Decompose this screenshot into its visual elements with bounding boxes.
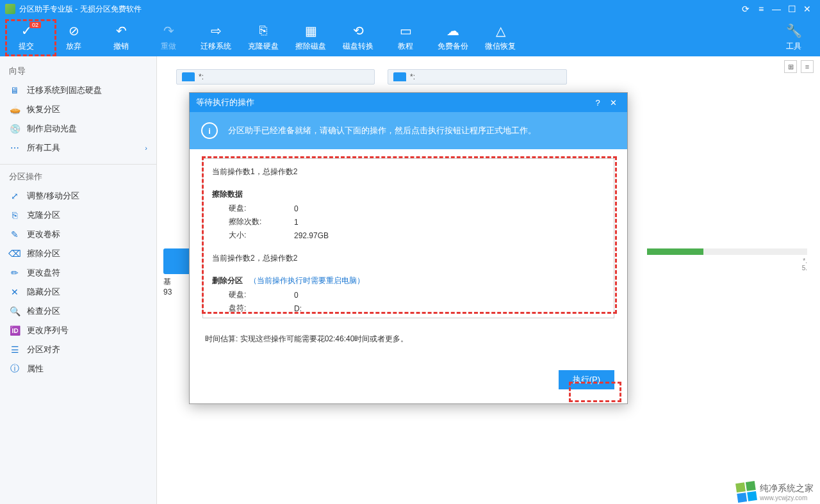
sidebar-icon: ⓘ [9, 363, 20, 375]
operations-list[interactable]: 当前操作数1，总操作数2 擦除数据 硬盘:0 擦除次数:1 大小:292.97G… [202, 158, 614, 318]
discard-icon: ⊘ [66, 23, 81, 38]
sidebar: 向导 🖥迁移系统到固态硬盘🥧恢复分区💿制作启动光盘⋯所有工具› 分区操作 ⤢调整… [0, 56, 157, 504]
delete-details: 硬盘:0 盘符:D: 文件系统:NTFS [227, 288, 315, 318]
sidebar-item[interactable]: ✎更改卷标 [0, 225, 156, 244]
sidebar-item[interactable]: 🥧恢复分区 [0, 100, 156, 119]
minimize-icon[interactable]: — [769, 4, 784, 14]
redo-icon: ↷ [161, 23, 176, 38]
wipe-details: 硬盘:0 擦除次数:1 大小:292.97GB [227, 201, 330, 243]
clone-hd-button[interactable]: ⎘克隆硬盘 [240, 18, 287, 56]
main-toolbar: ✓ 02 提交 ⊘放弃 ↶撤销 ↷重做 ⇨迁移系统 ⎘克隆硬盘 ▦擦除磁盘 ⟲磁… [0, 18, 820, 56]
sidebar-icon: 💿 [9, 123, 20, 134]
disk-icon [393, 72, 406, 81]
sidebar-icon: ⎘ [9, 209, 20, 221]
delete-title: 删除分区 （当前操作执行时需要重启电脑） [212, 275, 605, 286]
chevron-right-icon: › [145, 144, 147, 152]
sidebar-label: 更改序列号 [27, 325, 69, 336]
ops-header: 分区操作 [0, 164, 156, 186]
sidebar-item[interactable]: ✕隐藏分区 [0, 282, 156, 302]
sidebar-item[interactable]: 🔍检查分区 [0, 302, 156, 321]
convert-button[interactable]: ⟲磁盘转换 [334, 18, 382, 56]
window-title: 分区助手专业版 - 无损分区免费软件 [19, 4, 738, 15]
dialog-banner: i 分区助手已经准备就绪，请确认下面的操作，然后点击执行按钮让程序正式地工作。 [190, 112, 627, 149]
wizard-header: 向导 [0, 61, 156, 81]
op-counter: 当前操作数2，总操作数2 [212, 253, 605, 264]
close-icon[interactable]: ✕ [800, 4, 815, 14]
menu-icon[interactable]: ≡ [753, 4, 769, 14]
redo-button[interactable]: ↷重做 [145, 18, 192, 56]
backup-icon: ☁ [445, 23, 461, 38]
dialog-close-icon[interactable]: ✕ [605, 98, 621, 108]
sidebar-label: 属性 [27, 363, 44, 375]
sidebar-item[interactable]: ✏更改盘符 [0, 263, 156, 282]
submit-badge: 02 [29, 22, 41, 28]
sidebar-label: 分区对齐 [27, 344, 60, 355]
app-logo-icon [5, 4, 15, 14]
sidebar-icon: 🥧 [9, 104, 20, 115]
list-view-icon[interactable]: ≡ [801, 60, 814, 73]
sidebar-icon: ⌫ [9, 248, 20, 259]
window-titlebar: 分区助手专业版 - 无损分区免费软件 ⟳ ≡ — ☐ ✕ [0, 0, 820, 18]
banner-text: 分区助手已经准备就绪，请确认下面的操作，然后点击执行按钮让程序正式地工作。 [228, 125, 536, 136]
sidebar-item[interactable]: ⓘ属性 [0, 359, 156, 378]
time-estimate: 时间估算: 实现这些操作可能需要花02:46:40时间或者更多。 [205, 334, 612, 345]
wipe-disk-button[interactable]: ▦擦除磁盘 [287, 18, 334, 56]
watermark-logo-icon [735, 481, 757, 503]
clone-icon: ⎘ [256, 23, 271, 38]
tools-button[interactable]: 🔧工具 [770, 18, 817, 56]
sidebar-label: 隐藏分区 [27, 286, 60, 298]
convert-icon: ⟲ [350, 23, 366, 38]
wipe-title: 擦除数据 [212, 189, 605, 200]
discard-button[interactable]: ⊘放弃 [50, 18, 97, 56]
sidebar-icon: 🖥 [9, 85, 20, 96]
sidebar-item[interactable]: ⋯所有工具› [0, 138, 156, 158]
sidebar-icon: ✏ [9, 267, 20, 279]
sidebar-icon: ⋯ [9, 142, 20, 154]
progress-bar [647, 248, 807, 255]
tutorial-button[interactable]: ▭教程 [382, 18, 429, 56]
pending-ops-dialog: 等待执行的操作 ? ✕ i 分区助手已经准备就绪，请确认下面的操作，然后点击执行… [189, 92, 628, 404]
progress-area: *. 5. [647, 248, 807, 272]
sidebar-item[interactable]: ☰分区对齐 [0, 340, 156, 359]
sidebar-item[interactable]: 🆔更改序列号 [0, 321, 156, 340]
sidebar-icon: ✕ [9, 286, 20, 298]
submit-label: 提交 [19, 41, 34, 52]
disk-panel[interactable]: *: [176, 69, 375, 85]
backup-button[interactable]: ☁免费备份 [429, 18, 477, 56]
disk-panel[interactable]: *: [388, 69, 567, 85]
sidebar-label: 制作启动光盘 [27, 123, 77, 134]
help-icon[interactable]: ? [590, 98, 605, 108]
dialog-titlebar: 等待执行的操作 ? ✕ [190, 93, 627, 112]
execute-button[interactable]: 执行(P) [559, 370, 614, 389]
dialog-title: 等待执行的操作 [196, 97, 254, 108]
sidebar-icon: 🆔 [9, 325, 20, 336]
sidebar-item[interactable]: ⤢调整/移动分区 [0, 186, 156, 206]
wechat-icon: △ [493, 23, 508, 38]
watermark: 纯净系统之家 www.ycwjzy.com [730, 480, 820, 504]
sidebar-icon: ☰ [9, 344, 20, 355]
sidebar-item[interactable]: ⌫擦除分区 [0, 244, 156, 263]
sidebar-label: 更改卷标 [27, 229, 60, 240]
refresh-icon[interactable]: ⟳ [738, 4, 753, 14]
undo-button[interactable]: ↶撤销 [97, 18, 145, 56]
submit-button[interactable]: ✓ 02 提交 [3, 18, 50, 56]
sidebar-label: 擦除分区 [27, 248, 60, 259]
sidebar-icon: ✎ [9, 229, 20, 240]
grid-view-icon[interactable]: ⊞ [784, 60, 797, 73]
sidebar-label: 更改盘符 [27, 267, 60, 279]
sidebar-label: 恢复分区 [27, 104, 60, 115]
sidebar-label: 检查分区 [27, 305, 60, 317]
wechat-button[interactable]: △微信恢复 [477, 18, 524, 56]
sidebar-label: 调整/移动分区 [27, 190, 79, 202]
sidebar-item[interactable]: ⎘克隆分区 [0, 206, 156, 225]
sidebar-label: 迁移系统到固态硬盘 [27, 85, 102, 96]
maximize-icon[interactable]: ☐ [784, 4, 800, 14]
sidebar-label: 克隆分区 [27, 209, 60, 221]
wipe-icon: ▦ [303, 23, 318, 38]
sidebar-item[interactable]: 💿制作启动光盘 [0, 119, 156, 138]
op-counter: 当前操作数1，总操作数2 [212, 167, 605, 177]
view-toggle: ⊞ ≡ [784, 60, 814, 73]
undo-icon: ↶ [113, 23, 129, 38]
sidebar-item[interactable]: 🖥迁移系统到固态硬盘 [0, 81, 156, 100]
migrate-button[interactable]: ⇨迁移系统 [192, 18, 240, 56]
